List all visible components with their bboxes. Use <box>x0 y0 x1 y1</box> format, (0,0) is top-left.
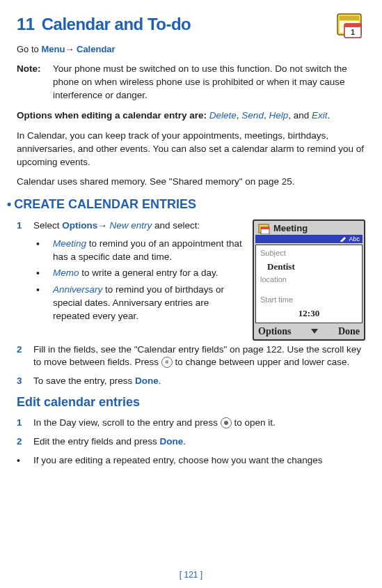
chapter-title: 11Calendar and To-do <box>17 13 191 36</box>
note-label: Note: <box>17 63 53 102</box>
phone-label-subject: Subject <box>260 248 358 258</box>
paragraph-memory: Calendar uses shared memory. See "Shared… <box>17 176 365 189</box>
phone-value-start: 12:30 <box>260 307 358 320</box>
chapter-title-text: Calendar and To-do <box>42 15 191 33</box>
phone-title: Meeting <box>273 222 308 235</box>
section-create-heading: •CREATE CALENDAR ENTRIES <box>17 196 365 213</box>
nav-key-icon <box>221 417 232 428</box>
down-triangle-icon <box>311 329 318 334</box>
phone-softkey-left: Options <box>258 325 291 339</box>
edit-bullet-repeated: • If you are editing a repeated entry, c… <box>17 454 365 468</box>
bullet-memo: • Memo to write a general entry for a da… <box>36 267 243 281</box>
page-number: [ 121 ] <box>0 569 382 581</box>
chapter-number: 11 <box>17 15 35 33</box>
svg-rect-1 <box>340 16 359 20</box>
phone-screenshot: Meeting Abc Subject Dentist location Sta… <box>253 219 365 341</box>
edit-step-1: 1 In the Day view, scroll to the entry a… <box>17 417 365 430</box>
phone-value-subject: Dentist <box>260 261 358 273</box>
note-text: Your phone must be switched on to use th… <box>53 63 365 102</box>
edit-step-2: 2 Edit the entry fields and press Done. <box>17 435 365 449</box>
step-1: 1 Select Options→ New entry and select: <box>17 219 243 233</box>
pencil-icon <box>340 235 347 242</box>
phone-label-start: Start time <box>260 295 358 305</box>
note-block: Note: Your phone must be switched on to … <box>17 63 365 102</box>
bullet-anniversary: • Anniversary to remind you of birthdays… <box>36 284 243 323</box>
svg-text:1: 1 <box>351 28 355 36</box>
svg-rect-8 <box>261 227 269 229</box>
goto-breadcrumb: Go to Menu→ Calendar <box>17 43 365 56</box>
phone-calendar-icon <box>258 223 271 234</box>
input-mode-indicator: Abc <box>349 235 360 244</box>
hash-key-icon <box>161 357 173 368</box>
phone-label-location: location <box>260 274 358 285</box>
bullet-meeting: • Meeting to remind you of an appointmen… <box>36 238 243 264</box>
calendar-link: Calendar <box>77 44 116 54</box>
svg-rect-4 <box>344 24 361 27</box>
step-2: 2 Fill in the fields, see the "Calendar … <box>17 343 365 370</box>
phone-softkey-right: Done <box>338 325 360 339</box>
options-list: Options when editing a calendar entry ar… <box>17 109 365 123</box>
subsection-edit-heading: Edit calendar entries <box>17 394 365 411</box>
step-3: 3 To save the entry, press Done. <box>17 375 365 388</box>
paragraph-intro: In Calendar, you can keep track of your … <box>17 130 365 169</box>
menu-link: Menu <box>41 44 65 54</box>
calendar-icon: 1 <box>336 11 365 40</box>
